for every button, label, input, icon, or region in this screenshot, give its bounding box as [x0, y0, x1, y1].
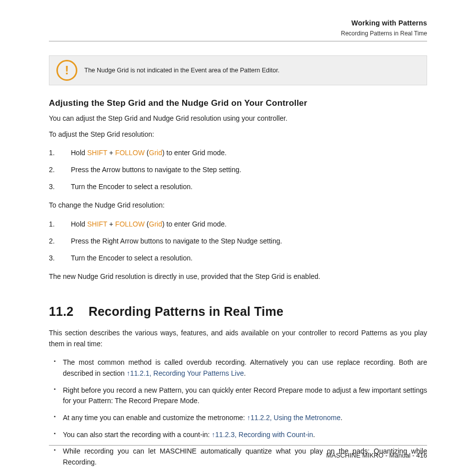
- section-number: 11.2: [49, 304, 73, 319]
- list-text: .: [340, 414, 342, 422]
- header-section-title: Recording Patterns in Real Time: [49, 30, 427, 37]
- key-follow: FOLLOW: [115, 220, 145, 228]
- body-text: To change the Nudge Grid resolution:: [49, 200, 427, 211]
- step-item: Hold SHIFT + FOLLOW (Grid) to enter Grid…: [49, 216, 427, 233]
- warning-callout: ! The Nudge Grid is not indicated in the…: [49, 55, 427, 85]
- steps-list-stepgrid: Hold SHIFT + FOLLOW (Grid) to enter Grid…: [49, 145, 427, 195]
- list-text: .: [244, 369, 246, 377]
- step-item: Turn the Encoder to select a resolution.: [49, 250, 427, 267]
- body-text: To adjust the Step Grid resolution:: [49, 129, 427, 140]
- subheading-adjusting-grid: Adjusting the Step Grid and the Nudge Gr…: [49, 98, 427, 108]
- body-text: The new Nudge Grid resolution is directl…: [49, 271, 427, 282]
- xref-link-11-2-3[interactable]: ↑11.2.3, Recording with Count-in: [212, 431, 313, 439]
- body-text: You can adjust the Step Grid and Nudge G…: [49, 113, 427, 124]
- step-text: (: [145, 149, 149, 157]
- step-text: Hold: [71, 220, 87, 228]
- step-item: Press the Arrow buttons to navigate to t…: [49, 162, 427, 179]
- list-item: You can also start the recording with a …: [49, 427, 427, 444]
- step-text: ) to enter Grid mode.: [162, 149, 227, 157]
- steps-list-nudgegrid: Hold SHIFT + FOLLOW (Grid) to enter Grid…: [49, 216, 427, 266]
- page: Working with Patterns Recording Patterns…: [0, 0, 476, 471]
- section-title: Recording Patterns in Real Time: [88, 304, 283, 318]
- list-text: .: [313, 431, 315, 439]
- step-text: (: [145, 220, 149, 228]
- callout-text: The Nudge Grid is not indicated in the E…: [84, 67, 279, 74]
- step-item: Press the Right Arrow buttons to navigat…: [49, 233, 427, 250]
- step-item: Hold SHIFT + FOLLOW (Grid) to enter Grid…: [49, 145, 427, 162]
- key-follow: FOLLOW: [115, 149, 145, 157]
- step-item: Turn the Encoder to select a resolution.: [49, 179, 427, 196]
- key-grid: Grid: [149, 149, 162, 157]
- list-item: The most common method is called overdub…: [49, 354, 427, 382]
- list-text: You can also start the recording with a …: [63, 431, 212, 439]
- xref-link-11-2-2[interactable]: ↑11.2.2, Using the Metronome: [247, 414, 341, 422]
- section-heading-11-2: 11.2Recording Patterns in Real Time: [49, 304, 427, 319]
- step-text: Hold: [71, 149, 87, 157]
- body-text: This section describes the various ways,…: [49, 328, 427, 349]
- step-text: +: [107, 220, 115, 228]
- list-item: Right before you record a new Pattern, y…: [49, 382, 427, 410]
- step-text: +: [107, 149, 115, 157]
- step-text: ) to enter Grid mode.: [162, 220, 227, 228]
- key-shift: SHIFT: [87, 149, 107, 157]
- key-shift: SHIFT: [87, 220, 107, 228]
- warning-icon: !: [56, 60, 77, 81]
- header-chapter-title: Working with Patterns: [49, 19, 427, 27]
- list-text: At any time you can enable and customize…: [63, 414, 247, 422]
- page-footer: MASCHINE MIKRO - Manual - 416: [49, 445, 427, 459]
- key-grid: Grid: [149, 220, 162, 228]
- page-header: Working with Patterns Recording Patterns…: [49, 19, 427, 41]
- list-item: At any time you can enable and customize…: [49, 410, 427, 427]
- exclamation-icon: !: [65, 64, 69, 76]
- xref-link-11-2-1[interactable]: ↑11.2.1, Recording Your Patterns Live: [127, 369, 244, 377]
